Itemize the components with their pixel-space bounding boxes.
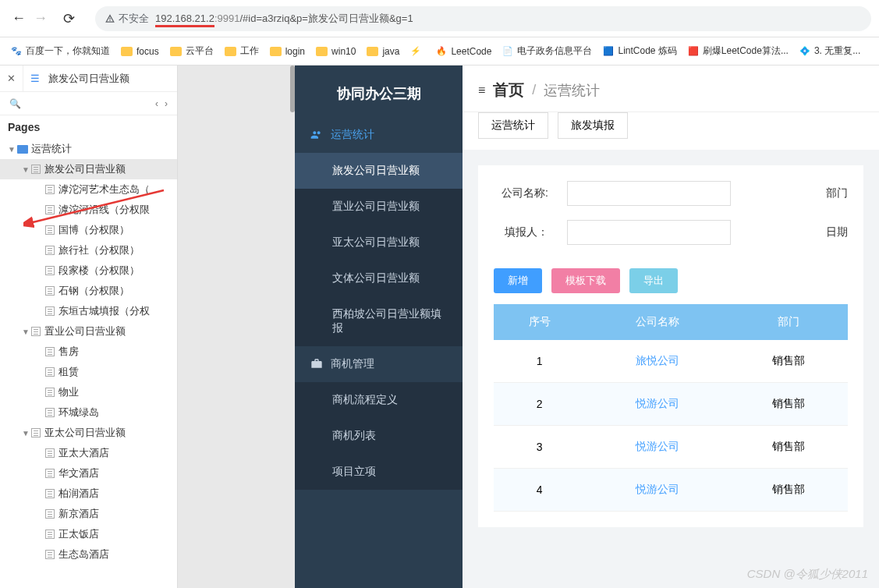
main-tab[interactable]: 旅发填报 — [558, 112, 628, 139]
close-button[interactable]: ✕ — [0, 66, 23, 91]
bookmark-item[interactable]: 云平台 — [170, 44, 214, 58]
bookmark-item[interactable]: 🟦LintCode 炼码 — [603, 44, 676, 58]
twisty-icon[interactable]: ▼ — [20, 328, 31, 336]
bookmark-item[interactable]: 💠3. 无重复... — [799, 44, 860, 58]
prev-icon[interactable]: ‹ — [152, 98, 161, 109]
template-button[interactable]: 模板下载 — [551, 268, 620, 293]
table-header: 公司名称 — [585, 304, 730, 340]
page-icon — [45, 266, 55, 275]
tree-item[interactable]: 石钢（分权限） — [0, 281, 177, 301]
sidebar-sub-item[interactable]: 亚太公司日营业额 — [295, 225, 463, 260]
bookmark-item[interactable]: 工作 — [225, 44, 259, 58]
sidebar-group[interactable]: 运营统计 — [295, 117, 463, 153]
bookmark-item[interactable]: 📄电子政务信息平台 — [502, 44, 592, 58]
tree-item[interactable]: 环城绿岛 — [0, 402, 177, 423]
tree-label: 旅行社（分权限） — [58, 243, 140, 257]
folder-icon — [270, 47, 282, 56]
tree-item[interactable]: 租赁 — [0, 362, 177, 382]
tree-item[interactable]: 华文酒店 — [0, 463, 177, 484]
tree-item[interactable]: ▼亚太公司日营业额 — [0, 423, 177, 443]
company-link[interactable]: 悦游公司 — [636, 483, 679, 495]
tree-label: 租赁 — [58, 365, 79, 379]
bookmark-label: java — [382, 46, 399, 57]
folder-icon — [225, 47, 236, 56]
tree-item[interactable]: 物业 — [0, 382, 177, 402]
sidebar-sub-item[interactable]: 项目立项 — [295, 454, 463, 490]
address-bar[interactable]: 不安全 192.168.21.2:9991/#id=a3rziq&p=旅发公司日… — [95, 6, 871, 31]
tree-item[interactable]: ▼运营统计 — [0, 139, 177, 159]
cell-idx: 3 — [494, 426, 585, 469]
tree-item[interactable]: 正太饭店 — [0, 524, 177, 544]
reload-button[interactable]: ⟳ — [58, 8, 80, 30]
bookmark-label: 云平台 — [186, 44, 214, 58]
tree-item[interactable]: 滹沱河艺术生态岛（ — [0, 179, 177, 200]
tree-label: 生态岛酒店 — [58, 547, 109, 561]
bookmark-label: 工作 — [240, 44, 259, 58]
tree-item[interactable]: 旅行社（分权限） — [0, 240, 177, 260]
sidebar-group[interactable]: 商机管理 — [295, 346, 463, 382]
twisty-icon[interactable]: ▼ — [20, 165, 31, 174]
twisty-icon[interactable]: ▼ — [6, 145, 17, 154]
tree-item[interactable]: ▼置业公司日营业额 — [0, 321, 177, 342]
add-button[interactable]: 新增 — [494, 268, 542, 293]
menu-icon[interactable]: ☰ — [23, 73, 47, 84]
reporter-input[interactable] — [567, 220, 731, 245]
bookmark-label: win10 — [331, 46, 356, 57]
sidebar-sub-item[interactable]: 文体公司日营业额 — [295, 260, 463, 296]
tree-item[interactable]: 售房 — [0, 342, 177, 362]
cell-dept: 销售部 — [730, 340, 848, 383]
bookmark-item[interactable]: focus — [121, 46, 159, 57]
twisty-icon[interactable]: ▼ — [20, 429, 31, 437]
tree-item[interactable]: ▼旅发公司日营业额 — [0, 159, 177, 179]
back-button[interactable]: ← — [8, 8, 30, 30]
sidebar-sub-item[interactable]: 商机列表 — [295, 418, 463, 454]
bookmark-item[interactable]: win10 — [316, 46, 356, 57]
bookmark-item[interactable]: 🐾百度一下，你就知道 — [11, 44, 110, 58]
scrollbar-thumb[interactable] — [290, 66, 295, 112]
page-icon — [45, 408, 55, 417]
bookmark-item[interactable]: java — [367, 46, 399, 57]
bookmark-item[interactable]: login — [270, 46, 305, 57]
cell-dept: 销售部 — [730, 469, 848, 512]
app-area: 协同办公三期 运营统计旅发公司日营业额置业公司日营业额亚太公司日营业额文体公司日… — [178, 66, 879, 588]
main-tab[interactable]: 运营统计 — [478, 112, 548, 139]
export-button[interactable]: 导出 — [629, 268, 678, 293]
sidebar-sub-item[interactable]: 旅发公司日营业额 — [295, 153, 463, 189]
company-link[interactable]: 悦游公司 — [636, 397, 679, 409]
breadcrumb-home[interactable]: 首页 — [493, 80, 524, 101]
tree-item[interactable]: 柏润酒店 — [0, 484, 177, 504]
pages-tree[interactable]: ▼运营统计▼旅发公司日营业额滹沱河艺术生态岛（滹沱河沿线（分权限国博（分权限）旅… — [0, 139, 177, 588]
company-link[interactable]: 悦游公司 — [636, 440, 679, 452]
page-icon — [31, 327, 41, 336]
company-input[interactable] — [567, 181, 731, 206]
sidebar-sub-item[interactable]: 置业公司日营业额 — [295, 189, 463, 225]
diamond-icon: 💠 — [799, 46, 810, 57]
sidebar-sub-item[interactable]: 西柏坡公司日营业额填报 — [295, 296, 463, 346]
tree-item[interactable]: 段家楼（分权限） — [0, 260, 177, 281]
tree-item[interactable]: 国博（分权限） — [0, 220, 177, 240]
app-title: 协同办公三期 — [295, 66, 463, 117]
search-icon[interactable]: 🔍 — [6, 98, 24, 109]
sidebar-sub-item[interactable]: 商机流程定义 — [295, 382, 463, 418]
url-ip: 192.168.21.2 — [155, 12, 214, 27]
bookmark-item[interactable]: ⚡ — [410, 46, 425, 57]
page-icon — [45, 530, 55, 539]
tree-item[interactable]: 滹沱河沿线（分权限 — [0, 200, 177, 220]
forward-button[interactable]: → — [30, 8, 51, 30]
tree-item[interactable]: 新京酒店 — [0, 504, 177, 524]
company-link[interactable]: 旅悦公司 — [636, 354, 679, 367]
folder-icon — [316, 47, 328, 56]
bookmark-item[interactable]: 🔥LeetCode — [436, 46, 491, 57]
app-scroll-gutter — [178, 66, 295, 588]
tree-label: 石钢（分权限） — [58, 284, 129, 298]
content-panel: 公司名称: 部门 填报人： 日期 新增 模板下载 导出 序号公司 — [478, 165, 863, 527]
next-icon[interactable]: › — [161, 98, 171, 109]
tree-item[interactable]: 东垣古城填报（分权 — [0, 301, 177, 321]
reporter-label: 填报人： — [494, 225, 548, 239]
tree-item[interactable]: 生态岛酒店 — [0, 544, 177, 565]
bookmark-label: LintCode 炼码 — [618, 44, 676, 58]
table-header: 序号 — [494, 304, 585, 340]
main-tabs: 运营统计旅发填报 — [463, 112, 879, 150]
tree-item[interactable]: 亚太大酒店 — [0, 443, 177, 463]
bookmark-item[interactable]: 🟥刷爆LeetCode算法... — [688, 44, 789, 58]
